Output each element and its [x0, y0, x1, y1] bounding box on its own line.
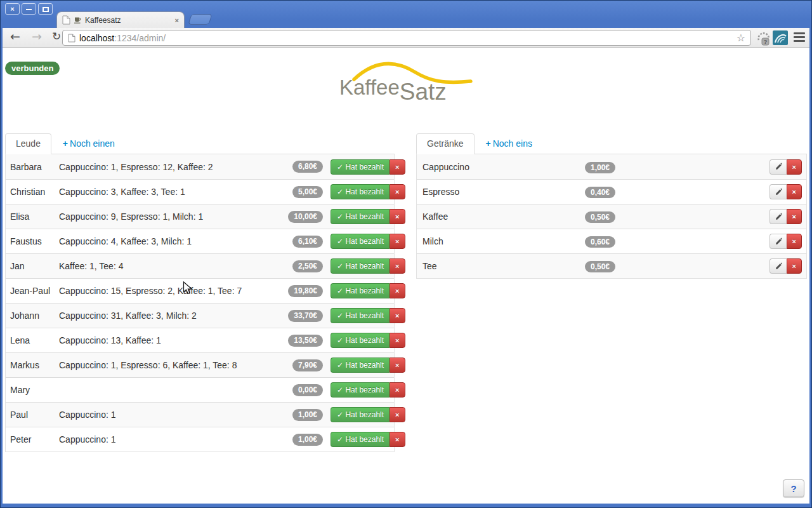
person-orders: Cappuccino: 1	[59, 434, 267, 444]
svg-text:KaffeeSatz: KaffeeSatz	[339, 76, 447, 105]
person-name: Barbara	[6, 162, 59, 172]
plus-icon: +	[63, 138, 68, 149]
page-content: verbunden KaffeeSatz Leude +Noch einen B…	[3, 48, 809, 504]
check-icon: ✓	[337, 286, 343, 295]
paid-button[interactable]: ✓ Hat bezahlt	[331, 333, 390, 348]
paid-button[interactable]: ✓ Hat bezahlt	[331, 184, 390, 199]
minimize-icon	[26, 9, 32, 10]
edit-drink-button[interactable]	[769, 258, 787, 274]
delete-person-button[interactable]: ×	[390, 333, 405, 348]
window-minimize-button[interactable]	[22, 3, 36, 15]
new-tab-button[interactable]	[188, 14, 213, 25]
drinks-tabs: Getränke +Noch eins	[416, 133, 807, 154]
table-row: Cappuccino 1,00€ ×	[417, 154, 806, 179]
paid-button[interactable]: ✓ Hat bezahlt	[331, 283, 390, 298]
table-row: Paul Cappuccino: 1 1,00€ ✓ Hat bezahlt ×	[6, 402, 394, 427]
paid-button[interactable]: ✓ Hat bezahlt	[331, 209, 390, 224]
add-person-link[interactable]: +Noch einen	[54, 134, 124, 149]
delete-drink-button[interactable]: ×	[787, 258, 802, 274]
tab-leude[interactable]: Leude	[5, 133, 51, 154]
paid-button[interactable]: ✓ Hat bezahlt	[331, 358, 390, 373]
delete-drink-button[interactable]: ×	[787, 159, 802, 175]
paid-button[interactable]: ✓ Hat bezahlt	[331, 234, 390, 249]
person-orders: Cappuccino: 1	[59, 410, 267, 420]
person-name: Markus	[6, 360, 59, 370]
delete-drink-button[interactable]: ×	[787, 234, 802, 249]
delete-person-button[interactable]: ×	[390, 308, 405, 323]
back-button[interactable]: ←	[10, 29, 20, 43]
window-maximize-button[interactable]	[38, 3, 53, 15]
paid-button[interactable]: ✓ Hat bezahlt	[331, 407, 390, 422]
edit-drink-button[interactable]	[769, 234, 787, 249]
check-icon: ✓	[337, 361, 343, 370]
delete-person-button[interactable]: ×	[390, 382, 405, 398]
delete-person-button[interactable]: ×	[390, 358, 405, 373]
paid-button[interactable]: ✓ Hat bezahlt	[331, 432, 390, 447]
table-row: Markus Cappuccino: 1, Espresso: 6, Kaffe…	[6, 352, 394, 377]
person-name: Lena	[6, 335, 59, 345]
paid-button[interactable]: ✓ Hat bezahlt	[331, 159, 390, 175]
table-row: Mary 0,00€ ✓ Hat bezahlt ×	[6, 377, 394, 402]
person-name: Jan	[6, 261, 59, 271]
people-panel: Leude +Noch einen Barbara Cappuccino: 1,…	[5, 133, 395, 452]
window-close-button[interactable]: ×	[5, 3, 20, 15]
check-icon: ✓	[337, 212, 343, 221]
menu-button[interactable]	[793, 32, 806, 43]
proxy-hook-extension-icon[interactable]: ?	[756, 30, 771, 48]
bookmark-star-icon[interactable]: ☆	[737, 32, 745, 44]
price-badge: 6,10€	[292, 236, 323, 248]
pencil-icon	[775, 212, 782, 220]
paid-button[interactable]: ✓ Hat bezahlt	[331, 308, 390, 323]
tab-title: Kaffeesatz	[85, 16, 172, 25]
window-titlebar[interactable]: × Kaffeesatz ×	[1, 1, 811, 28]
help-button[interactable]: ?	[783, 479, 804, 497]
edit-drink-button[interactable]	[769, 184, 787, 199]
close-icon: ×	[395, 163, 399, 171]
swirl-extension-icon[interactable]	[773, 30, 788, 48]
price-badge: 1,00€	[292, 409, 323, 421]
person-orders: Cappuccino: 4, Kaffee: 3, Milch: 1	[59, 236, 267, 246]
price-badge: 33,70€	[288, 310, 323, 322]
close-icon: ×	[395, 386, 399, 394]
delete-person-button[interactable]: ×	[390, 407, 405, 422]
delete-person-button[interactable]: ×	[390, 432, 405, 447]
tab-close-icon[interactable]: ×	[175, 17, 179, 24]
page-icon	[68, 34, 75, 43]
paid-button[interactable]: ✓ Hat bezahlt	[331, 258, 390, 274]
price-badge: 5,00€	[292, 186, 323, 198]
delete-person-button[interactable]: ×	[390, 184, 405, 199]
drink-name: Kaffee	[417, 211, 585, 222]
table-row: Kaffee 0,50€ ×	[417, 204, 806, 229]
forward-button[interactable]: →	[32, 29, 42, 43]
delete-person-button[interactable]: ×	[390, 283, 405, 298]
kaffeesatz-logo: KaffeeSatz	[339, 57, 474, 110]
delete-person-button[interactable]: ×	[390, 209, 405, 224]
close-icon: ×	[395, 312, 399, 319]
edit-drink-button[interactable]	[769, 159, 787, 175]
person-orders: Cappuccino: 3, Kaffee: 3, Tee: 1	[59, 187, 267, 197]
table-row: Faustus Cappuccino: 4, Kaffee: 3, Milch:…	[6, 229, 394, 253]
delete-person-button[interactable]: ×	[390, 258, 405, 274]
reload-button[interactable]: ↻	[52, 30, 61, 43]
delete-person-button[interactable]: ×	[390, 234, 405, 249]
pencil-icon	[775, 262, 782, 269]
delete-person-button[interactable]: ×	[390, 159, 405, 175]
check-icon: ✓	[337, 262, 343, 271]
delete-drink-button[interactable]: ×	[787, 209, 802, 224]
tab-getraenke[interactable]: Getränke	[416, 133, 475, 154]
page-icon	[62, 15, 70, 25]
paid-button[interactable]: ✓ Hat bezahlt	[331, 382, 390, 398]
close-icon: ×	[792, 163, 796, 171]
browser-window: × Kaffeesatz × ← → ↻	[0, 0, 812, 508]
add-drink-link[interactable]: +Noch eins	[476, 134, 540, 149]
person-name: Christian	[6, 187, 59, 197]
browser-toolbar: ← → ↻ localhost:1234/admin/ ☆ ?	[3, 28, 809, 48]
delete-drink-button[interactable]: ×	[787, 184, 802, 199]
close-icon: ×	[395, 213, 399, 220]
person-name: Mary	[6, 385, 59, 395]
address-bar[interactable]: localhost:1234/admin/ ☆	[62, 30, 751, 46]
browser-tab[interactable]: Kaffeesatz ×	[56, 11, 185, 28]
drink-name: Tee	[417, 261, 585, 271]
edit-drink-button[interactable]	[769, 209, 787, 224]
coffee-cup-favicon	[74, 16, 82, 24]
